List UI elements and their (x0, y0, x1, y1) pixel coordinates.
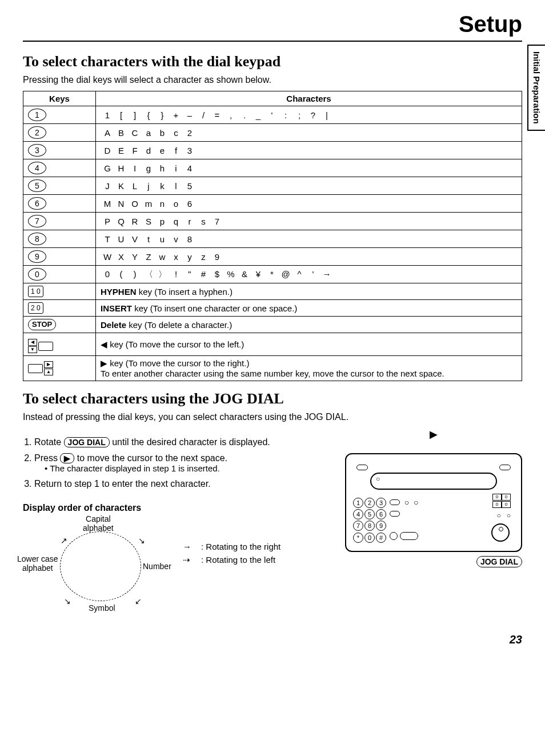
dial-key-icon: 1 (28, 109, 46, 121)
col-header-characters: Characters (96, 91, 522, 106)
table-row: 9WXYZwxyz9 (23, 248, 522, 266)
dial-key-icon: 9 (28, 250, 46, 263)
side-tab-initial-preparation: Initial Preparation (527, 45, 545, 131)
dial-key-icon: 3 (28, 144, 46, 157)
section1-intro: Pressing the dial keys will select a cha… (23, 75, 522, 85)
jog-dial-icon (491, 523, 510, 542)
table-row: 1 0HYPHEN key (To insert a hyphen.) (23, 283, 522, 300)
dial-key-icon: 4 (28, 162, 46, 174)
list-item: Rotate JOG DIAL until the desired charac… (34, 437, 334, 447)
table-row: 3DEFdef3 (23, 142, 522, 159)
list-item: Return to step 1 to enter the next chara… (34, 479, 334, 489)
display-order-heading: Display order of characters (23, 503, 334, 513)
dial-key-icon: 2 (28, 126, 46, 139)
table-row: STOPDelete key (To delete a character.) (23, 317, 522, 333)
list-item: Press ▶ to move the cursor to the next s… (34, 453, 334, 473)
section-heading-dial-keypad: To select characters with the dial keypa… (23, 53, 522, 70)
table-row: 2ABCabc2 (23, 124, 522, 142)
section2-intro: Instead of pressing the dial keys, you c… (23, 412, 522, 422)
device-illustration: 123 ○ ○ 456 789 *0# 0000 ○ ○ (345, 453, 522, 552)
jog-dial-key-icon: JOG DIAL (64, 437, 110, 447)
jog-dial-label: JOG DIAL (345, 557, 522, 567)
function-key-icon: 2 0 (28, 302, 43, 314)
table-row: 8TUVtuv8 (23, 230, 522, 248)
jog-dial-steps: Rotate JOG DIAL until the desired charac… (23, 437, 334, 489)
table-row: 7PQRSpqrs7 (23, 213, 522, 230)
function-key-icon: 1 0 (28, 286, 43, 297)
table-row: 2 0INSERT key (To insert one character o… (23, 300, 522, 317)
callout-arrow-icon: ▶ (345, 428, 522, 441)
cursor-left-key-icon: ◀▼ (28, 339, 53, 353)
dial-key-icon: 8 (28, 233, 46, 245)
dial-key-icon: 6 (28, 197, 46, 210)
dial-key-icon: 7 (28, 215, 46, 227)
page-header-title: Setup (23, 11, 522, 42)
col-header-keys: Keys (23, 91, 96, 106)
dial-key-icon: 0 (28, 268, 46, 281)
table-row: 6MNOmno6 (23, 195, 522, 213)
right-arrow-key-icon: ▶ (60, 453, 74, 463)
section-heading-jog-dial: To select characters using the JOG DIAL (23, 390, 522, 407)
table-row: 11[]{}+–/=,._':;?| (23, 106, 522, 124)
rotation-legend: →: Rotating to the right ⇢: Rotating to … (183, 542, 280, 569)
table-row: 00()〈〉!"#$%&¥*@^'→ (23, 266, 522, 283)
cursor-right-key-icon: ▶▲ (28, 361, 53, 375)
dial-key-icon: 5 (28, 179, 46, 192)
table-row: 4GHIghi4 (23, 159, 522, 177)
table-row: ▶▲▶ key (To move the cursor to the right… (23, 356, 522, 381)
character-table: Keys Characters 11[]{}+–/=,._':;?|2ABCab… (23, 91, 522, 381)
stop-key-icon: STOP (28, 319, 56, 330)
table-row: ◀▼◀ key (To move the cursor to the left.… (23, 333, 522, 356)
display-order-diagram: Capital alphabet Number Symbol Lower cas… (29, 519, 177, 616)
page-number: 23 (23, 633, 522, 646)
table-row: 5JKLjkl5 (23, 177, 522, 195)
